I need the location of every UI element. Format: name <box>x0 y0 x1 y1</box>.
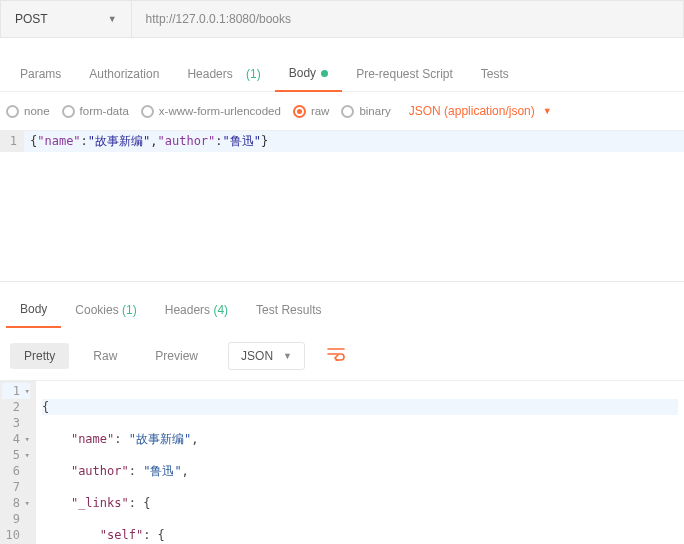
response-toolbar: Pretty Raw Preview JSON ▼ <box>0 328 684 380</box>
radio-formdata[interactable]: form-data <box>62 105 129 118</box>
radio-raw[interactable]: raw <box>293 105 330 118</box>
wrap-lines-icon[interactable] <box>327 346 345 366</box>
fold-icon: ▾ <box>22 447 30 463</box>
editor-line[interactable]: {"name":"故事新编","author":"鲁迅"} <box>24 131 684 152</box>
radio-urlencoded[interactable]: x-www-form-urlencoded <box>141 105 281 118</box>
content-type-select[interactable]: JSON (application/json) ▼ <box>409 104 552 118</box>
resp-tab-cookies[interactable]: Cookies (1) <box>61 293 150 327</box>
view-raw[interactable]: Raw <box>79 343 131 369</box>
chevron-down-icon: ▼ <box>283 351 292 361</box>
response-gutter: 1▾ 2 3 4▾ 5▾ 6 7 8▾ 9 10 11 12 <box>0 381 36 544</box>
fold-icon: ▾ <box>22 495 30 511</box>
http-method-select[interactable]: POST ▼ <box>1 1 132 37</box>
tab-authorization[interactable]: Authorization <box>75 57 173 91</box>
url-input[interactable] <box>132 1 683 37</box>
tab-body[interactable]: Body <box>275 56 342 92</box>
http-method-value: POST <box>15 12 48 26</box>
tab-headers[interactable]: Headers (1) <box>173 57 274 91</box>
response-tabs: Body Cookies (1) Headers (4) Test Result… <box>0 292 684 328</box>
resp-tab-body[interactable]: Body <box>6 292 61 328</box>
view-preview[interactable]: Preview <box>141 343 212 369</box>
view-pretty[interactable]: Pretty <box>10 343 69 369</box>
request-body-editor[interactable]: 1 {"name":"故事新编","author":"鲁迅"} <box>0 131 684 152</box>
headers-count: (1) <box>246 67 261 81</box>
body-type-row: none form-data x-www-form-urlencoded raw… <box>0 92 684 131</box>
resp-tab-headers[interactable]: Headers (4) <box>151 293 242 327</box>
tab-params[interactable]: Params <box>6 57 75 91</box>
editor-gutter: 1 <box>0 131 24 152</box>
response-body-editor[interactable]: 1▾ 2 3 4▾ 5▾ 6 7 8▾ 9 10 11 12 { "name":… <box>0 380 684 544</box>
radio-none[interactable]: none <box>6 105 50 118</box>
request-tabs: Params Authorization Headers (1) Body Pr… <box>0 56 684 92</box>
resp-tab-test-results[interactable]: Test Results <box>242 293 335 327</box>
radio-binary[interactable]: binary <box>341 105 390 118</box>
response-code[interactable]: { "name": "故事新编", "author": "鲁迅", "_link… <box>36 381 684 544</box>
format-select[interactable]: JSON ▼ <box>228 342 305 370</box>
content-type-value: JSON (application/json) <box>409 104 535 118</box>
tab-prerequest[interactable]: Pre-request Script <box>342 57 467 91</box>
fold-icon: ▾ <box>22 431 30 447</box>
chevron-down-icon: ▼ <box>108 14 117 24</box>
body-indicator-dot <box>321 70 328 77</box>
tab-tests[interactable]: Tests <box>467 57 523 91</box>
fold-icon: ▾ <box>22 383 30 399</box>
chevron-down-icon: ▼ <box>543 106 552 116</box>
